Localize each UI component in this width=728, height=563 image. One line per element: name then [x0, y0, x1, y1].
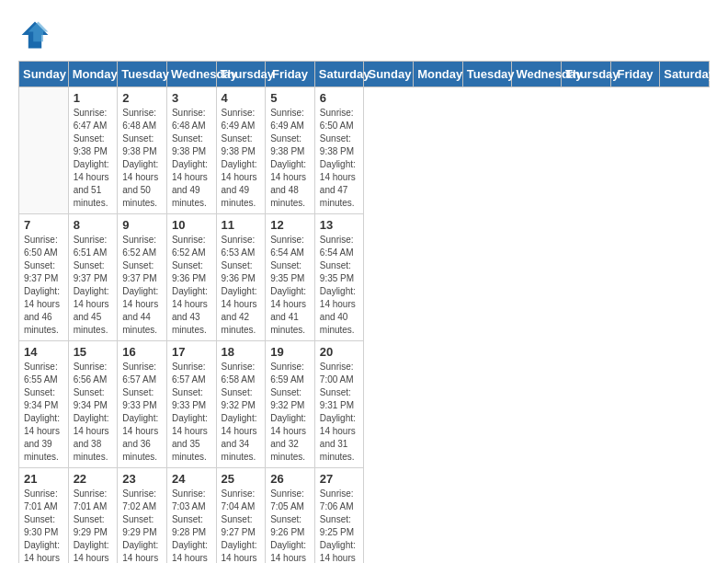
day-number: 14: [24, 345, 63, 359]
calendar-cell: 3Sunrise: 6:48 AMSunset: 9:38 PMDaylight…: [166, 87, 216, 214]
cell-info: Sunrise: 6:49 AMSunset: 9:38 PMDaylight:…: [222, 107, 261, 210]
calendar-cell: 20Sunrise: 7:00 AMSunset: 9:31 PMDayligh…: [314, 341, 364, 468]
calendar-cell: 26Sunrise: 7:05 AMSunset: 9:26 PMDayligh…: [266, 468, 315, 564]
calendar-cell: 19Sunrise: 6:59 AMSunset: 9:32 PMDayligh…: [266, 341, 315, 468]
calendar-week-row: 14Sunrise: 6:55 AMSunset: 9:34 PMDayligh…: [19, 341, 710, 468]
day-header: Sunday: [364, 62, 414, 87]
day-number: 19: [270, 345, 310, 359]
day-number: 6: [320, 91, 359, 105]
cell-info: Sunrise: 7:00 AMSunset: 9:31 PMDaylight:…: [320, 361, 359, 464]
day-number: 17: [172, 345, 211, 359]
day-number: 12: [270, 218, 310, 232]
cell-info: Sunrise: 6:48 AMSunset: 9:38 PMDaylight:…: [172, 107, 211, 210]
day-header: Sunday: [19, 62, 69, 87]
day-number: 2: [122, 91, 162, 105]
cell-info: Sunrise: 6:57 AMSunset: 9:33 PMDaylight:…: [172, 361, 211, 464]
calendar-cell: 1Sunrise: 6:47 AMSunset: 9:38 PMDaylight…: [68, 87, 118, 214]
logo-icon: [18, 18, 51, 52]
calendar-cell: 7Sunrise: 6:50 AMSunset: 9:37 PMDaylight…: [19, 214, 69, 341]
day-header: Friday: [610, 62, 660, 87]
calendar-cell: 10Sunrise: 6:52 AMSunset: 9:36 PMDayligh…: [166, 214, 216, 341]
cell-info: Sunrise: 6:47 AMSunset: 9:38 PMDaylight:…: [74, 107, 113, 210]
day-number: 16: [122, 345, 162, 359]
calendar-cell: 2Sunrise: 6:48 AMSunset: 9:38 PMDaylight…: [118, 87, 167, 214]
calendar-cell: 11Sunrise: 6:53 AMSunset: 9:36 PMDayligh…: [216, 214, 266, 341]
cell-info: Sunrise: 6:50 AMSunset: 9:37 PMDaylight:…: [24, 234, 63, 337]
calendar-cell: 25Sunrise: 7:04 AMSunset: 9:27 PMDayligh…: [216, 468, 266, 564]
cell-info: Sunrise: 6:52 AMSunset: 9:36 PMDaylight:…: [172, 234, 211, 337]
calendar-week-row: 1Sunrise: 6:47 AMSunset: 9:38 PMDaylight…: [19, 87, 710, 214]
cell-info: Sunrise: 7:01 AMSunset: 9:30 PMDaylight:…: [24, 488, 63, 563]
day-number: 8: [74, 218, 113, 232]
cell-info: Sunrise: 7:01 AMSunset: 9:29 PMDaylight:…: [74, 488, 113, 563]
day-number: 7: [24, 218, 63, 232]
day-number: 26: [270, 472, 310, 486]
day-number: 15: [74, 345, 113, 359]
day-header: Thursday: [562, 62, 611, 87]
day-number: 3: [172, 91, 211, 105]
cell-info: Sunrise: 6:58 AMSunset: 9:32 PMDaylight:…: [222, 361, 261, 464]
calendar-cell: 13Sunrise: 6:54 AMSunset: 9:35 PMDayligh…: [314, 214, 364, 341]
day-header: Thursday: [216, 62, 266, 87]
day-header: Saturday: [314, 62, 364, 87]
cell-info: Sunrise: 7:03 AMSunset: 9:28 PMDaylight:…: [172, 488, 211, 563]
day-number: 10: [172, 218, 211, 232]
cell-info: Sunrise: 6:51 AMSunset: 9:37 PMDaylight:…: [74, 234, 113, 337]
cell-info: Sunrise: 6:59 AMSunset: 9:32 PMDaylight:…: [270, 361, 310, 464]
cell-info: Sunrise: 6:48 AMSunset: 9:38 PMDaylight:…: [122, 107, 162, 210]
day-number: 9: [122, 218, 162, 232]
cell-info: Sunrise: 6:53 AMSunset: 9:36 PMDaylight:…: [222, 234, 261, 337]
day-number: 21: [24, 472, 63, 486]
day-number: 11: [222, 218, 261, 232]
calendar-cell: 17Sunrise: 6:57 AMSunset: 9:33 PMDayligh…: [166, 341, 216, 468]
calendar-cell: 18Sunrise: 6:58 AMSunset: 9:32 PMDayligh…: [216, 341, 266, 468]
cell-info: Sunrise: 7:05 AMSunset: 9:26 PMDaylight:…: [270, 488, 310, 563]
calendar-cell: 16Sunrise: 6:57 AMSunset: 9:33 PMDayligh…: [118, 341, 167, 468]
header-row: SundayMondayTuesdayWednesdayThursdayFrid…: [19, 62, 710, 87]
day-header: Friday: [266, 62, 315, 87]
day-number: 20: [320, 345, 359, 359]
day-number: 13: [320, 218, 359, 232]
cell-info: Sunrise: 6:52 AMSunset: 9:37 PMDaylight:…: [122, 234, 162, 337]
cell-info: Sunrise: 6:54 AMSunset: 9:35 PMDaylight:…: [270, 234, 310, 337]
cell-info: Sunrise: 6:50 AMSunset: 9:38 PMDaylight:…: [320, 107, 359, 210]
day-number: 4: [222, 91, 261, 105]
calendar-cell: 22Sunrise: 7:01 AMSunset: 9:29 PMDayligh…: [68, 468, 118, 564]
cell-info: Sunrise: 7:04 AMSunset: 9:27 PMDaylight:…: [222, 488, 261, 563]
cell-info: Sunrise: 7:02 AMSunset: 9:29 PMDaylight:…: [122, 488, 162, 563]
cell-info: Sunrise: 6:55 AMSunset: 9:34 PMDaylight:…: [24, 361, 63, 464]
cell-info: Sunrise: 6:54 AMSunset: 9:35 PMDaylight:…: [320, 234, 359, 337]
day-number: 27: [320, 472, 359, 486]
day-header: Saturday: [660, 62, 710, 87]
day-number: 23: [122, 472, 162, 486]
calendar-cell: 5Sunrise: 6:49 AMSunset: 9:38 PMDaylight…: [266, 87, 315, 214]
day-number: 18: [222, 345, 261, 359]
day-number: 22: [74, 472, 113, 486]
calendar-week-row: 7Sunrise: 6:50 AMSunset: 9:37 PMDaylight…: [19, 214, 710, 341]
calendar-cell: 24Sunrise: 7:03 AMSunset: 9:28 PMDayligh…: [166, 468, 216, 564]
calendar-cell: 6Sunrise: 6:50 AMSunset: 9:38 PMDaylight…: [314, 87, 364, 214]
day-header: Tuesday: [462, 62, 512, 87]
calendar-table: SundayMondayTuesdayWednesdayThursdayFrid…: [18, 61, 710, 563]
logo: [18, 18, 55, 52]
cell-info: Sunrise: 6:56 AMSunset: 9:34 PMDaylight:…: [74, 361, 113, 464]
calendar-week-row: 21Sunrise: 7:01 AMSunset: 9:30 PMDayligh…: [19, 468, 710, 564]
day-number: 1: [74, 91, 113, 105]
page-header: [18, 18, 710, 52]
calendar-cell: 15Sunrise: 6:56 AMSunset: 9:34 PMDayligh…: [68, 341, 118, 468]
cell-info: Sunrise: 7:06 AMSunset: 9:25 PMDaylight:…: [320, 488, 359, 563]
calendar-cell: 9Sunrise: 6:52 AMSunset: 9:37 PMDaylight…: [118, 214, 167, 341]
day-header: Wednesday: [512, 62, 562, 87]
calendar-cell: 8Sunrise: 6:51 AMSunset: 9:37 PMDaylight…: [68, 214, 118, 341]
calendar-cell: 14Sunrise: 6:55 AMSunset: 9:34 PMDayligh…: [19, 341, 69, 468]
calendar-cell: 27Sunrise: 7:06 AMSunset: 9:25 PMDayligh…: [314, 468, 364, 564]
day-number: 24: [172, 472, 211, 486]
day-header: Monday: [68, 62, 118, 87]
calendar-cell: 21Sunrise: 7:01 AMSunset: 9:30 PMDayligh…: [19, 468, 69, 564]
calendar-cell: 12Sunrise: 6:54 AMSunset: 9:35 PMDayligh…: [266, 214, 315, 341]
day-header: Monday: [414, 62, 463, 87]
cell-info: Sunrise: 6:49 AMSunset: 9:38 PMDaylight:…: [270, 107, 310, 210]
day-header: Wednesday: [166, 62, 216, 87]
day-number: 5: [270, 91, 310, 105]
calendar-cell: 23Sunrise: 7:02 AMSunset: 9:29 PMDayligh…: [118, 468, 167, 564]
